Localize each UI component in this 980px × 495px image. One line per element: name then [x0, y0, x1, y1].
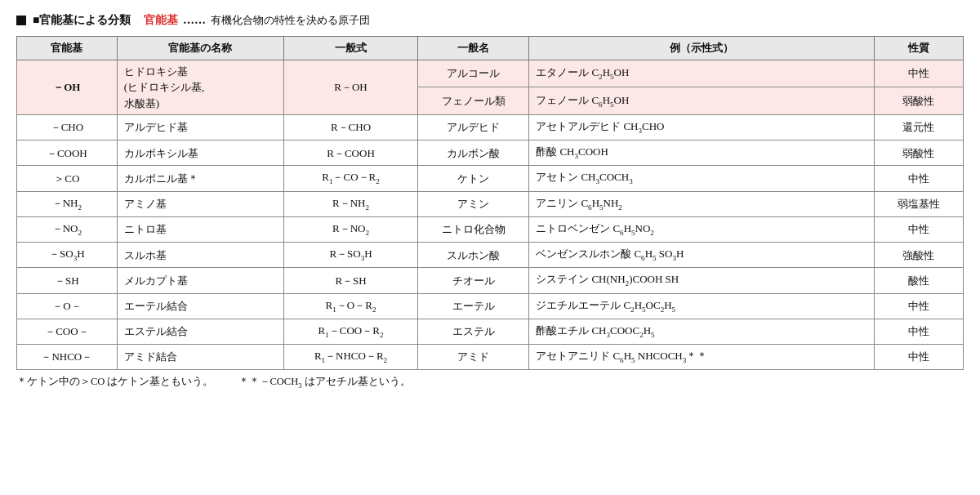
table-row: －NH2アミノ基R－NH2アミンアニリン C6H5NH2弱塩基性	[17, 191, 964, 216]
table-row: ＞COカルボニル基＊R1－CO－R2ケトンアセトン CH3COCH3中性	[17, 166, 964, 191]
footnote-area: ＊ケトン中の＞CO はケトン基ともいう。 ＊＊－COCH3 はアセチル基という。	[16, 375, 964, 390]
col-header-general-name: 一般名	[417, 37, 528, 60]
col-header-formula: 一般式	[284, 37, 418, 60]
header-prefix: ■官能基による分類	[33, 13, 131, 28]
page-header: ■官能基による分類 官能基 …… 有機化合物の特性を決める原子団	[16, 13, 964, 28]
table-row: －COOHカルボキシル基R－COOHカルボン酸酢酸 CH3COOH弱酸性	[17, 140, 964, 166]
table-row: －OHヒドロキシ基(ヒドロキシル基,水酸基)R－OHアルコールエタノール C2H…	[17, 60, 964, 87]
table-row: －COO－エステル結合R1－COO－R2エステル酢酸エチル CH3COOC2H5…	[17, 319, 964, 344]
header-square	[16, 16, 26, 25]
table-row: －NHCO－アミド結合R1－NHCO－R2アミドアセトアニリド C6H5 NHC…	[17, 345, 964, 370]
col-header-kannouki: 官能基	[17, 37, 118, 60]
table-row: －NO2ニトロ基R－NO2ニトロ化合物ニトロベンゼン C6H5NO2中性	[17, 216, 964, 242]
table-row: －SHメルカプト基R－SHチオールシステイン CH(NH2)COOH SH酸性	[17, 268, 964, 293]
table-header-row: 官能基 官能基の名称 一般式 一般名 例（示性式） 性質	[17, 37, 964, 60]
header-keyword: 官能基	[144, 13, 178, 28]
table-row: －SO3Hスルホ基R－SO3Hスルホン酸ベンゼンスルホン酸 C6H5 SO3H強…	[17, 243, 964, 268]
footnote-2: ＊＊－COCH3 はアセチル基という。	[238, 375, 411, 390]
table-row: －O－エーテル結合R1－O－R2エーテルジエチルエーテル C2H5OC2H5中性	[17, 293, 964, 319]
col-header-property: 性質	[874, 37, 963, 60]
footnote-1: ＊ケトン中の＞CO はケトン基ともいう。	[16, 375, 214, 390]
col-header-name: 官能基の名称	[117, 37, 284, 60]
header-separator: ……	[183, 14, 206, 27]
header-description: 有機化合物の特性を決める原子団	[211, 13, 370, 28]
table-row: －CHOアルデヒド基R－CHOアルデヒドアセトアルデヒド CH3CHO還元性	[17, 115, 964, 140]
functional-group-table: 官能基 官能基の名称 一般式 一般名 例（示性式） 性質 －OHヒドロキシ基(ヒ…	[16, 36, 964, 370]
col-header-example: 例（示性式）	[529, 37, 875, 60]
